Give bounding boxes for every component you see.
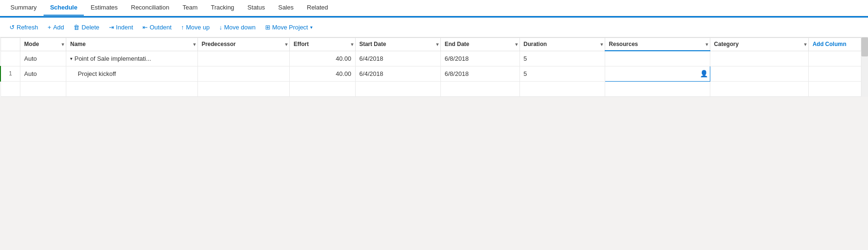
col-header-predecessor[interactable]: Predecessor ▾ [197, 38, 289, 51]
row-number-2 [0, 81, 20, 96]
outdent-icon: ⇤ [143, 24, 148, 31]
row-category-0 [710, 51, 808, 66]
row-addcol-0 [808, 51, 861, 66]
row-predecessor-1 [197, 66, 289, 81]
row-duration-1: 5 [519, 66, 605, 81]
delete-button[interactable]: 🗑 Delete [70, 21, 103, 33]
move-down-button[interactable]: ↓ Move down [215, 21, 260, 33]
category-filter-icon[interactable]: ▾ [804, 42, 806, 47]
row-name-2 [66, 81, 197, 96]
row-addcol-2 [808, 81, 861, 96]
row-effort-1: 40.00 [289, 66, 355, 81]
mode-filter-icon[interactable]: ▾ [62, 42, 64, 47]
startdate-filter-icon[interactable]: ▾ [436, 42, 438, 47]
col-header-startdate[interactable]: Start Date ▾ [355, 38, 440, 51]
outdent-button[interactable]: ⇤ Outdent [139, 21, 175, 33]
add-button[interactable]: + Add [44, 21, 68, 33]
duration-filter-icon[interactable]: ▾ [600, 42, 603, 47]
scrollbar-track[interactable] [861, 37, 868, 97]
col-header-category[interactable]: Category ▾ [710, 38, 808, 51]
tab-tracking[interactable]: Tracking [204, 0, 241, 16]
add-icon: + [48, 24, 52, 31]
refresh-button[interactable]: ↺ Refresh [6, 21, 42, 33]
row-startdate-2 [355, 81, 440, 96]
row-resources-1[interactable]: 👤 [605, 66, 710, 81]
row-resources-0 [605, 51, 710, 66]
col-header-mode[interactable]: Mode ▾ [20, 38, 66, 51]
row-number-0 [0, 51, 20, 66]
indent-button[interactable]: ⇥ Indent [105, 21, 137, 33]
row-enddate-2 [441, 81, 519, 96]
move-project-chevron-icon: ▾ [310, 25, 313, 30]
move-up-button[interactable]: ↑ Move up [177, 21, 213, 33]
col-header-name[interactable]: Name ▾ [66, 38, 197, 51]
resource-edit-icon[interactable]: 👤 [700, 70, 708, 77]
table-row: 1 Auto Project kickoff 40.00 [0, 66, 861, 81]
row-chevron-icon: ▾ [70, 56, 72, 61]
col-header-resources[interactable]: Resources ▾ [605, 38, 710, 51]
col-header-effort[interactable]: Effort ▾ [289, 38, 355, 51]
move-down-icon: ↓ [219, 24, 223, 31]
delete-icon: 🗑 [73, 24, 80, 31]
enddate-filter-icon[interactable]: ▾ [515, 42, 518, 47]
table-header-row: Mode ▾ Name ▾ Predecessor ▾ Effort [0, 38, 861, 51]
row-mode-2 [20, 81, 66, 96]
row-startdate-0: 6/4/2018 [355, 51, 440, 66]
parent-name-wrapper: ▾ Point of Sale implementati... [70, 55, 193, 62]
add-column-label[interactable]: Add Column [813, 41, 846, 47]
col-header-checkbox [0, 38, 20, 51]
row-mode-0: Auto [20, 51, 66, 66]
row-enddate-0: 6/8/2018 [441, 51, 519, 66]
outdent-label: Outdent [150, 24, 171, 31]
row-enddate-1: 6/8/2018 [441, 66, 519, 81]
tab-sales[interactable]: Sales [271, 0, 300, 16]
move-down-label: Move down [224, 24, 255, 31]
indent-label: Indent [116, 24, 133, 31]
move-project-label: Move Project [272, 24, 308, 31]
move-project-icon: ⊞ [265, 24, 270, 31]
effort-filter-icon[interactable]: ▾ [351, 42, 353, 47]
scrollbar-thumb[interactable] [861, 37, 868, 56]
tab-team[interactable]: Team [176, 0, 204, 16]
toolbar: ↺ Refresh + Add 🗑 Delete ⇥ Indent ⇤ Outd… [0, 18, 868, 37]
col-header-addcol[interactable]: Add Column [808, 38, 861, 51]
row-addcol-1 [808, 66, 861, 81]
tab-reconciliation[interactable]: Reconciliation [125, 0, 176, 16]
row-effort-2 [289, 81, 355, 96]
main-content: Mode ▾ Name ▾ Predecessor ▾ Effort [0, 37, 861, 97]
name-filter-icon[interactable]: ▾ [193, 42, 196, 47]
predecessor-filter-icon[interactable]: ▾ [285, 42, 287, 47]
move-up-icon: ↑ [181, 24, 184, 31]
tab-schedule[interactable]: Schedule [44, 0, 84, 16]
row-effort-0: 40.00 [289, 51, 355, 66]
table-container: Mode ▾ Name ▾ Predecessor ▾ Effort [0, 37, 861, 97]
refresh-label: Refresh [17, 24, 38, 31]
table-row: Auto ▾ Point of Sale implementati... 40.… [0, 51, 861, 66]
tab-status[interactable]: Status [241, 0, 272, 16]
row-category-1 [710, 66, 808, 81]
schedule-table: Mode ▾ Name ▾ Predecessor ▾ Effort [0, 37, 861, 97]
row-category-2 [710, 81, 808, 96]
row-predecessor-2 [197, 81, 289, 96]
table-row [0, 81, 861, 96]
row-mode-1: Auto [20, 66, 66, 81]
row-number-1: 1 [0, 66, 20, 81]
row-name-1: Project kickoff [66, 66, 197, 81]
refresh-icon: ↺ [9, 24, 15, 31]
delete-label: Delete [81, 24, 99, 31]
move-project-button[interactable]: ⊞ Move Project ▾ [261, 21, 316, 33]
move-up-label: Move up [186, 24, 210, 31]
tab-summary[interactable]: Summary [4, 0, 44, 16]
tab-estimates[interactable]: Estimates [84, 0, 124, 16]
scroll-area: Mode ▾ Name ▾ Predecessor ▾ Effort [0, 37, 868, 97]
row-predecessor-0 [197, 51, 289, 66]
resources-filter-icon[interactable]: ▾ [706, 42, 708, 47]
indent-icon: ⇥ [109, 24, 114, 31]
col-header-enddate[interactable]: End Date ▾ [441, 38, 519, 51]
nav-tabs: Summary Schedule Estimates Reconciliatio… [0, 0, 868, 16]
row-startdate-1: 6/4/2018 [355, 66, 440, 81]
tab-related[interactable]: Related [300, 0, 335, 16]
add-label: Add [53, 24, 64, 31]
row-duration-2 [519, 81, 605, 96]
col-header-duration[interactable]: Duration ▾ [519, 38, 605, 51]
